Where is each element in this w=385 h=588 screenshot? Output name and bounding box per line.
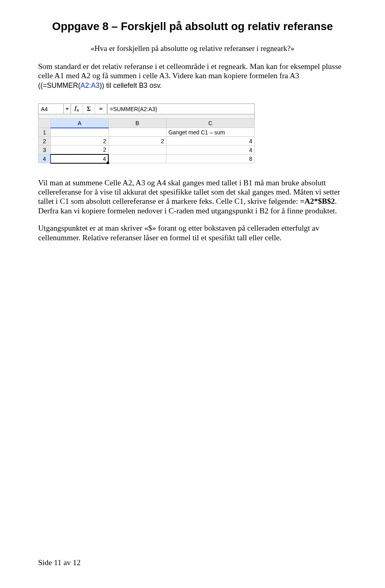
equals-button[interactable]: = [95, 104, 107, 114]
sum-button[interactable]: Σ [83, 104, 95, 114]
cell-c2[interactable]: 4 [166, 137, 254, 146]
row-2: 2 2 2 4 [38, 137, 255, 146]
cell-b4[interactable] [108, 154, 166, 163]
para1-d: )) til cellefelt B3 osv. [99, 81, 162, 89]
cell-a1[interactable] [51, 128, 108, 137]
page-footer: Side 11 av 12 [38, 558, 81, 567]
paragraph-2: Vil man at summene Celle A2, A3 og A4 sk… [38, 178, 347, 216]
sigma-icon: Σ [87, 105, 91, 112]
cell-c3[interactable]: 4 [166, 146, 254, 154]
row-header-3[interactable]: 3 [38, 146, 51, 154]
col-header-b[interactable]: B [108, 119, 166, 128]
spreadsheet-figure: A4 fx Σ = =SUMMER(A2:A3) A B C 1 Ganget … [38, 103, 347, 164]
formula-row: A4 fx Σ = =SUMMER(A2:A3) [38, 103, 255, 114]
para1-b: ((=SUMMER( [38, 81, 80, 89]
row-header-2[interactable]: 2 [38, 137, 51, 146]
fill-handle[interactable] [107, 162, 109, 164]
cell-b2[interactable]: 2 [108, 137, 166, 146]
cell-a2[interactable]: 2 [51, 137, 108, 146]
para2-text: Vil man at summene Celle A2, A3 og A4 sk… [38, 178, 340, 206]
spreadsheet-grid: A B C 1 Ganget med C1 – sum 2 2 2 4 3 2 … [38, 118, 255, 164]
cell-a4-value: 4 [103, 156, 106, 162]
toolbar-spacer [38, 114, 255, 118]
row-3: 3 2 4 [38, 146, 255, 154]
paragraph-1: Som standard er det relativ referanse i … [38, 62, 347, 90]
chevron-down-icon [65, 108, 69, 110]
para1-a: Som standard er det relativ referanse i … [38, 62, 341, 80]
cell-c1[interactable]: Ganget med C1 – sum [166, 128, 254, 137]
col-header-a[interactable]: A [51, 119, 108, 128]
cell-b3[interactable] [108, 146, 166, 154]
formula-bar[interactable]: =SUMMER(A2:A3) [107, 104, 254, 114]
fx-button[interactable]: fx [71, 104, 83, 114]
cell-b1[interactable] [108, 128, 166, 137]
name-box[interactable]: A4 [38, 104, 64, 114]
equals-icon: = [99, 105, 103, 113]
row-header-4[interactable]: 4 [38, 154, 51, 163]
para1-c: A2:A3 [80, 81, 99, 89]
para2-formula: =A2*$B$2 [300, 197, 335, 205]
cell-c4[interactable]: 8 [166, 154, 254, 163]
name-box-dropdown[interactable] [64, 104, 71, 114]
fx-icon: fx [75, 105, 79, 113]
select-all-corner[interactable] [38, 119, 51, 128]
col-header-c[interactable]: C [166, 119, 254, 128]
page-title: Oppgave 8 – Forskjell på absolutt og rel… [38, 20, 347, 33]
cell-a3[interactable]: 2 [51, 146, 108, 154]
row-1: 1 Ganget med C1 – sum [38, 128, 255, 137]
row-header-1[interactable]: 1 [38, 128, 51, 137]
paragraph-3: Utgangspunktet er at man skriver «$» for… [38, 223, 347, 242]
subtitle: «Hva er forskjellen på absolutte og rela… [38, 44, 347, 53]
cell-a4[interactable]: 4 [51, 154, 108, 163]
row-4: 4 4 8 [38, 154, 255, 163]
